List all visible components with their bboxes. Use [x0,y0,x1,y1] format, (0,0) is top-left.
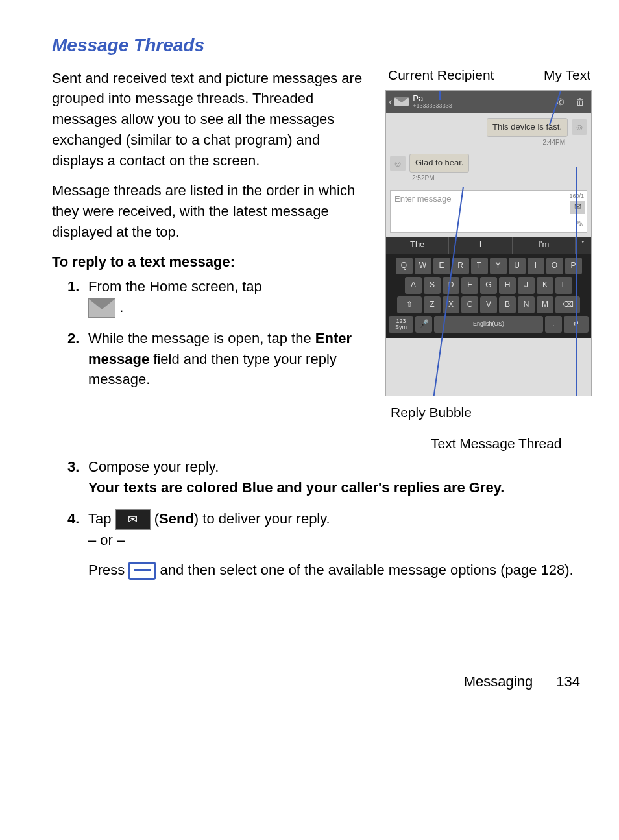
attach-icon[interactable]: ✎ [576,217,584,230]
key-p[interactable]: P [565,258,582,274]
key-j[interactable]: J [518,277,535,294]
keyboard: QWERTYUIOP ASDFGHJKL ⇧ZXCVBNM⌫ 123 Sym 🎤… [386,254,591,338]
step-4-text-a: Tap [88,510,115,527]
key-t[interactable]: T [471,258,488,274]
step-3-text: Compose your reply. [88,459,219,475]
key-g[interactable]: G [480,277,497,294]
time-1: 2:44PM [390,138,587,148]
step-4-send-bold: Send [159,510,194,527]
phone-screenshot: ‹ Pa +13333333333 ✆ 🗑 This device is fas… [385,90,592,396]
avatar-me: ☺ [572,119,587,135]
section-heading: Message Threads [52,32,593,59]
callout-line [576,167,577,396]
label-my-text: My Text [544,66,590,85]
send-icon: ✉ [115,509,151,530]
footer-page: 134 [556,673,580,690]
key-mic[interactable]: 🎤 [415,316,432,333]
step-3-bold: Your texts are colored Blue and your cal… [88,479,504,496]
key-u[interactable]: U [509,258,526,274]
sub-heading: To reply to a text message: [52,252,374,272]
label-current-recipient: Current Recipient [388,66,494,85]
suggest-1[interactable]: The [386,237,449,254]
key-h[interactable]: H [499,277,516,294]
key-space[interactable]: English(US) [434,316,543,333]
key-f[interactable]: F [461,277,478,294]
footer-section: Messaging [464,673,533,690]
step-4-paren-open: ( [154,510,159,527]
key-n[interactable]: N [518,296,535,313]
step-3: 3. Compose your reply. Your texts are co… [70,457,593,498]
avatar-them: ☺ [390,156,406,171]
key-shift[interactable]: ⇧ [397,296,422,313]
key-s[interactable]: S [424,277,441,294]
paragraph-1: Sent and received text and picture messa… [52,68,374,171]
trash-icon[interactable]: 🗑 [572,93,589,110]
suggest-3[interactable]: I'm [513,237,576,254]
step-1-period: . [119,299,123,315]
figure: Current Recipient My Text ‹ Pa +13333333… [385,66,593,454]
menu-icon [128,562,156,580]
back-icon[interactable]: ‹ [389,94,392,109]
incoming-message: Glad to hear. [409,154,469,173]
key-c[interactable]: C [461,296,478,313]
step-4-text-f: and then select one of the available mes… [160,562,573,578]
step-2-text-a: While the message is open, tap the [88,330,315,346]
callout-line [439,90,441,100]
step-1: 1. From the Home screen, tap . [70,276,374,318]
key-o[interactable]: O [546,258,563,274]
step-4-or: – or – [88,532,125,548]
contact-name: Pa [413,94,550,103]
key-l[interactable]: L [555,277,572,294]
message-input[interactable]: Enter message 160/1 ✉ ✎ [390,190,587,233]
key-b[interactable]: B [499,296,516,313]
key-z[interactable]: Z [424,296,441,313]
key-y[interactable]: Y [490,258,507,274]
key-k[interactable]: K [537,277,553,294]
key-m[interactable]: M [537,296,553,313]
paragraph-2: Message threads are listed in the order … [52,180,374,243]
contact-number: +13333333333 [413,103,550,110]
step-2: 2. While the message is open, tap the En… [70,328,374,390]
phone-header: ‹ Pa +13333333333 ✆ 🗑 [386,91,591,113]
step-1-text: From the Home screen, tap [88,278,262,294]
suggest-2[interactable]: I [449,237,512,254]
messaging-app-icon [88,298,115,318]
suggestion-bar: The I I'm ˅ [386,237,591,254]
label-text-thread: Text Message Thread [431,434,593,453]
key-sym[interactable]: 123 Sym [389,316,413,333]
step-4-press: Press [88,562,128,578]
label-reply-bubble: Reply Bubble [391,403,593,422]
outgoing-message: This device is fast. [487,118,568,137]
send-button[interactable]: ✉ [570,201,585,214]
key-r[interactable]: R [452,258,469,274]
key-i[interactable]: I [528,258,544,274]
envelope-icon [394,97,409,106]
input-placeholder: Enter message [394,193,451,206]
key-v[interactable]: V [480,296,497,313]
time-2: 2:52PM [390,174,587,184]
page-footer: Messaging 134 [52,671,593,692]
step-4: 4. Tap ✉ (Send) to deliver your reply. –… [70,509,593,581]
key-period[interactable]: . [545,316,562,333]
key-a[interactable]: A [405,277,422,294]
key-w[interactable]: W [415,258,431,274]
key-e[interactable]: E [433,258,450,274]
suggest-expand-icon[interactable]: ˅ [576,237,591,254]
step-4-text-d: ) to deliver your reply. [194,510,330,527]
key-d[interactable]: D [443,277,459,294]
key-q[interactable]: Q [396,258,413,274]
